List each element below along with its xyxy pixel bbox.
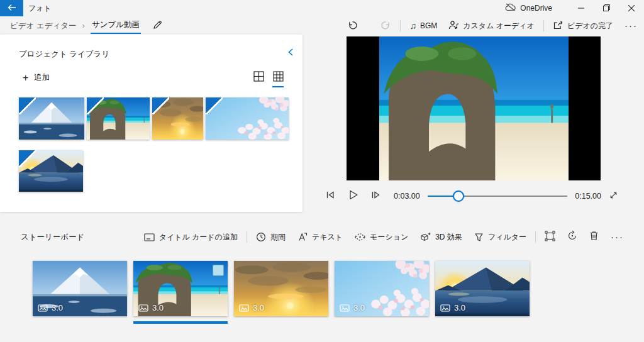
library-item-beach-arch[interactable] bbox=[87, 97, 150, 140]
clip-duration-badge: 3.0 bbox=[340, 303, 365, 312]
large-grid-view-button[interactable] bbox=[253, 71, 264, 87]
3d-effects-button[interactable]: 3D 効果 bbox=[420, 232, 462, 243]
3d-effects-icon bbox=[420, 232, 431, 242]
play-icon bbox=[346, 188, 360, 204]
custom-audio-button[interactable]: カスタム オーディオ bbox=[448, 20, 535, 32]
text-tool-button[interactable]: テキスト bbox=[297, 232, 343, 243]
onedrive-status[interactable]: OneDrive bbox=[505, 0, 552, 16]
undo-icon bbox=[347, 19, 358, 33]
image-icon bbox=[38, 304, 48, 312]
duration-button[interactable]: 期間 bbox=[256, 232, 286, 243]
storyboard-toolbar: ストーリーボード タイトル カードの追加 期間 テキスト bbox=[0, 227, 644, 247]
motion-icon bbox=[355, 232, 365, 242]
editor-actions: ♫ BGM カスタム オーディオ ビデオの完了 ··· bbox=[347, 16, 638, 35]
grid-large-icon bbox=[253, 71, 264, 84]
pencil-icon bbox=[153, 20, 162, 32]
resize-button[interactable] bbox=[545, 231, 555, 244]
library-title: プロジェクト ライブラリ bbox=[19, 49, 109, 60]
delete-button[interactable] bbox=[589, 231, 599, 243]
collapse-panel-button[interactable] bbox=[287, 48, 294, 59]
restore-button[interactable] bbox=[594, 0, 619, 16]
toolbar-divider bbox=[543, 20, 544, 31]
playback-controls: 0:03.00 0:15.00 bbox=[322, 186, 621, 206]
export-icon bbox=[553, 20, 564, 32]
restore-icon bbox=[603, 3, 610, 14]
finish-video-button[interactable]: ビデオの完了 bbox=[553, 20, 613, 32]
redo-button[interactable] bbox=[380, 19, 391, 33]
clock-icon bbox=[256, 232, 266, 242]
add-media-button[interactable]: + 追加 bbox=[23, 72, 50, 83]
play-button[interactable] bbox=[345, 188, 361, 204]
add-title-card-button[interactable]: タイトル カードの追加 bbox=[144, 232, 238, 243]
text-icon bbox=[297, 232, 308, 242]
chevron-left-icon bbox=[287, 48, 294, 59]
library-item-cherry-blossom[interactable] bbox=[206, 97, 289, 140]
window-controls bbox=[569, 0, 644, 16]
arrow-left-icon bbox=[8, 3, 16, 14]
storyboard-clip-fuji-winter[interactable]: 3.0 bbox=[33, 261, 127, 316]
resize-frame-icon bbox=[545, 231, 555, 244]
clip-selected-indicator bbox=[133, 321, 228, 324]
close-icon bbox=[628, 3, 635, 14]
project-title: サンプル動画 bbox=[91, 18, 141, 34]
total-time: 0:15.00 bbox=[575, 192, 601, 201]
project-library-panel: プロジェクト ライブラリ + 追加 bbox=[0, 35, 303, 212]
image-icon bbox=[138, 304, 148, 312]
breadcrumb-video-editor[interactable]: ビデオ エディター bbox=[10, 21, 77, 31]
expand-icon bbox=[609, 190, 618, 202]
onedrive-cloud-icon bbox=[505, 3, 516, 13]
storyboard-clip-cherry-blossom[interactable]: 3.0 bbox=[335, 261, 429, 316]
custom-audio-label: カスタム オーディオ bbox=[463, 21, 535, 31]
redo-icon bbox=[380, 19, 391, 33]
bgm-button[interactable]: ♫ BGM bbox=[409, 21, 437, 31]
storyboard-title: ストーリーボード bbox=[21, 232, 84, 243]
finish-video-label: ビデオの完了 bbox=[567, 21, 613, 31]
filter-button[interactable]: フィルター bbox=[474, 232, 526, 243]
grid-small-icon bbox=[273, 71, 284, 84]
clip-duration-badge: 3.0 bbox=[138, 303, 164, 312]
person-audio-icon bbox=[448, 20, 459, 32]
storyboard-clip-beach-arch-selected[interactable]: 3.0 bbox=[133, 261, 228, 316]
titlebar: フォト OneDrive bbox=[0, 0, 644, 16]
minimize-button[interactable] bbox=[569, 0, 594, 16]
music-note-icon: ♫ bbox=[409, 21, 416, 31]
breadcrumb-separator: › bbox=[82, 21, 85, 31]
back-button[interactable] bbox=[0, 0, 23, 16]
previous-frame-button[interactable] bbox=[322, 188, 338, 204]
rotate-button[interactable] bbox=[567, 231, 577, 243]
slider-thumb[interactable] bbox=[453, 190, 464, 202]
minimize-icon bbox=[578, 3, 584, 14]
filter-icon bbox=[474, 233, 484, 242]
bgm-label: BGM bbox=[420, 21, 437, 30]
current-time: 0:03.00 bbox=[394, 192, 420, 201]
rename-project-button[interactable] bbox=[153, 20, 162, 32]
editor-toolbar: ビデオ エディター › サンプル動画 ♫ bbox=[0, 16, 644, 35]
preview-current-frame bbox=[379, 36, 569, 180]
library-item-golden-sunset[interactable] bbox=[152, 97, 203, 140]
small-grid-view-button[interactable] bbox=[272, 71, 284, 87]
seek-slider[interactable] bbox=[428, 190, 568, 202]
onedrive-label: OneDrive bbox=[520, 4, 552, 13]
fullscreen-button[interactable] bbox=[605, 188, 621, 204]
photos-app-window: フォト OneDrive ビデオ エディター › サンプル動画 bbox=[0, 0, 644, 342]
storyboard-more-button[interactable]: ··· bbox=[611, 234, 624, 240]
storyboard-clips: 3.0 3.0 3.0 3.0 bbox=[33, 261, 530, 316]
toolbar-divider bbox=[400, 20, 401, 31]
image-icon bbox=[340, 304, 350, 312]
clip-selected-checkbox[interactable] bbox=[213, 265, 224, 276]
rotate-icon bbox=[567, 231, 577, 243]
library-item-fuji-lake-sunset[interactable] bbox=[19, 150, 83, 192]
storyboard-clip-fuji-lake-sunset[interactable]: 3.0 bbox=[435, 261, 530, 316]
app-title: フォト bbox=[28, 0, 52, 16]
close-button[interactable] bbox=[619, 0, 644, 16]
breadcrumb: ビデオ エディター › サンプル動画 bbox=[10, 16, 162, 35]
plus-icon: + bbox=[23, 74, 28, 82]
motion-button[interactable]: モーション bbox=[355, 232, 408, 243]
video-preview[interactable] bbox=[347, 36, 601, 180]
next-frame-button[interactable] bbox=[367, 188, 384, 204]
library-item-fuji-winter[interactable] bbox=[19, 97, 84, 140]
storyboard-clip-golden-sunset[interactable]: 3.0 bbox=[234, 261, 328, 316]
more-options-button[interactable]: ··· bbox=[625, 23, 638, 29]
toolbar-divider bbox=[535, 231, 536, 243]
undo-button[interactable] bbox=[347, 19, 358, 33]
